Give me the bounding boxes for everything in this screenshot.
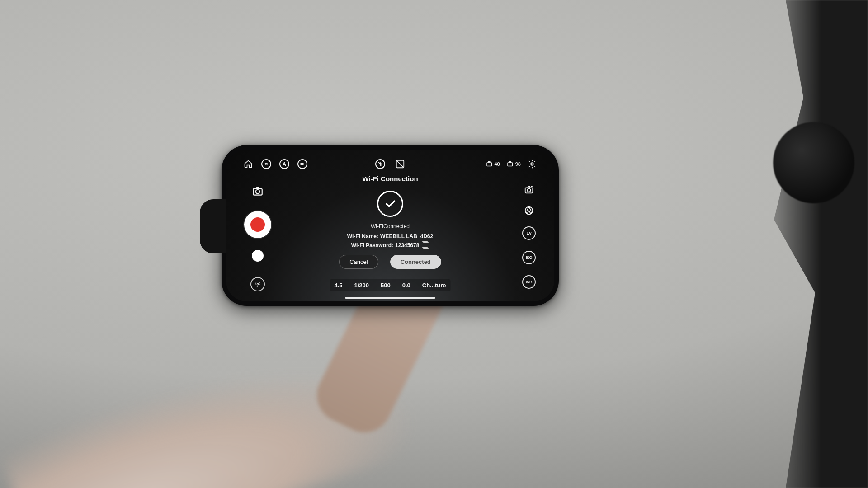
svg-rect-0 [301,163,303,165]
record-button[interactable] [244,211,271,238]
exposure-icon[interactable] [395,159,405,169]
ev-button[interactable]: EV [522,226,536,240]
iso-value[interactable]: 500 [381,282,391,289]
cancel-button[interactable]: Cancel [339,255,378,269]
svg-rect-3 [488,162,490,163]
aperture-value[interactable]: 4.5 [334,282,342,289]
camera-battery-indicator: 40 [486,160,500,168]
flash-off-icon[interactable] [375,159,385,169]
wifi-name-row: Wi-Fi Name: WEEBILL LAB_4D62 [322,233,458,239]
camera-switch-icon[interactable] [524,185,534,195]
capture-mode-value[interactable]: Ch...ture [422,282,446,289]
svg-rect-4 [508,163,513,166]
svg-rect-2 [487,163,492,166]
tripod-silhouette [750,0,868,488]
copy-password-icon[interactable] [423,242,429,249]
wifi-password-row: WI-FI Password: 12345678 [322,242,458,249]
auto-mode-icon[interactable]: A [279,159,289,169]
focus-settings-button[interactable] [250,277,265,291]
success-check-icon [377,191,403,217]
left-controls [241,185,274,291]
video-mode-icon[interactable] [297,159,307,169]
camera-battery-value: 40 [495,161,500,167]
svg-point-9 [257,283,259,285]
dialog-title: Wi-Fi Connection [322,175,458,183]
record-indicator-icon [250,217,265,232]
wifi-name-value: WEEBILL LAB_4D62 [380,233,433,239]
svg-point-6 [531,163,533,165]
settings-icon[interactable] [527,159,537,169]
app-screen: A 40 98 [226,150,554,301]
aperture-icon[interactable] [524,206,534,216]
connected-button[interactable]: Connected [390,255,441,269]
right-controls: EV ISO WB [520,185,538,291]
secondary-shutter-button[interactable] [252,250,264,262]
photo-mode-icon[interactable] [251,185,264,197]
top-bar: A 40 98 [226,158,554,170]
phone-frame: A 40 98 [222,145,559,306]
wifi-connection-dialog: Wi-Fi Connection Wi-FiConnected Wi-Fi Na… [322,175,458,269]
tripod-knob [773,122,854,203]
svg-point-8 [256,190,260,194]
wb-button[interactable]: WB [522,275,536,289]
wifi-password-value: 12345678 [395,242,419,249]
iso-button[interactable]: ISO [522,251,536,264]
svg-rect-5 [509,162,511,163]
phone-battery-indicator: 98 [506,160,521,168]
phone-battery-value: 98 [515,161,521,167]
ev-value[interactable]: 0.0 [402,282,410,289]
home-indicator[interactable] [345,297,435,299]
wifi-name-label: Wi-Fi Name: [347,233,378,239]
svg-point-10 [255,282,260,287]
svg-point-12 [527,188,530,192]
shutter-value[interactable]: 1/200 [354,282,369,289]
home-icon[interactable] [243,159,253,169]
wifi-password-label: WI-FI Password: [351,242,393,249]
wifi-status-text: Wi-FiConnected [322,223,458,230]
wifi-icon[interactable] [261,159,271,169]
camera-parameters-strip[interactable]: 4.5 1/200 500 0.0 Ch...ture [330,279,450,291]
